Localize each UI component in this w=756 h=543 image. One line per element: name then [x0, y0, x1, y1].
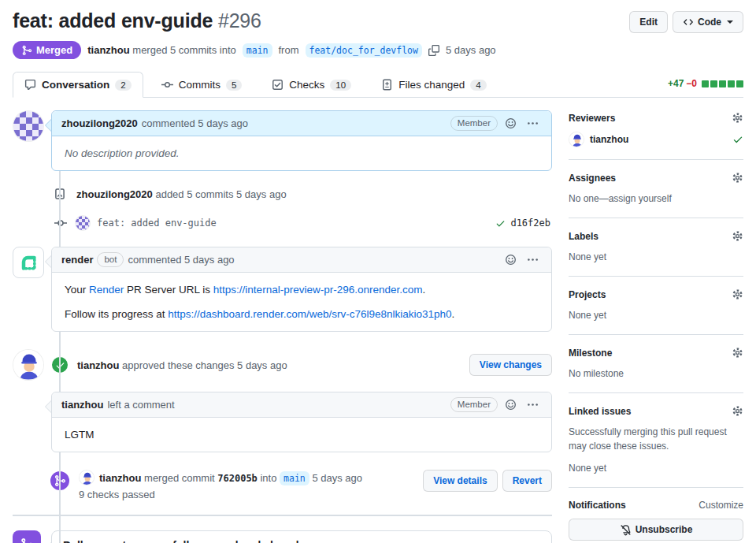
gear-icon[interactable]: [732, 288, 743, 300]
event-author-link[interactable]: zhouzilong2020: [76, 188, 153, 200]
kebab-icon: [527, 117, 539, 129]
gear-icon[interactable]: [732, 172, 743, 184]
tianzhou-avatar: [13, 350, 44, 381]
assignees-empty-text[interactable]: No one—assign yourself: [569, 192, 743, 206]
base-branch-label[interactable]: main: [243, 43, 272, 58]
merge-author-link[interactable]: tianzhou: [99, 472, 141, 484]
revert-button[interactable]: Revert: [502, 470, 552, 492]
diffstat-additions: +47: [668, 78, 684, 89]
unsubscribe-button[interactable]: Unsubscribe: [569, 519, 743, 541]
smiley-icon: [505, 254, 517, 266]
sidebar-notifications: Notifications Customize Unsubscribe You’…: [569, 488, 743, 543]
tab-counter: 4: [470, 80, 486, 91]
page-title: feat: added env-guide #296: [13, 9, 261, 32]
comment-body: Your Render PR Server URL is https://int…: [52, 273, 551, 331]
git-commit-icon: [54, 217, 67, 229]
commit-message-link[interactable]: feat: added env-guide: [97, 218, 217, 229]
reaction-button[interactable]: [502, 117, 520, 129]
git-merge-icon: [54, 474, 66, 487]
review-approved-event: tianzhou approved these changes 5 days a…: [13, 349, 552, 381]
avatar[interactable]: [75, 215, 91, 231]
comment-author-link[interactable]: render: [61, 254, 93, 266]
comment-options-button[interactable]: [524, 117, 542, 129]
gear-icon[interactable]: [732, 347, 743, 359]
chevron-down-icon: [727, 20, 733, 24]
smiley-icon: [505, 399, 517, 411]
comment-icon: [24, 79, 36, 91]
sidebar-linked-issues: Linked issues Successfully merging this …: [569, 393, 743, 488]
code-icon: [683, 17, 694, 28]
comment-zhouzilong: zhouzilong2020 commented 5 days ago Memb…: [13, 110, 552, 171]
avatar[interactable]: [79, 470, 94, 485]
sidebar-labels: Labels None yet: [569, 218, 743, 277]
comment-author-link[interactable]: tianzhou: [61, 399, 103, 411]
git-merge-icon: [21, 45, 32, 56]
gear-icon[interactable]: [732, 230, 743, 242]
dashboard-url-link[interactable]: https://dashboard.render.com/web/srv-c76…: [168, 308, 451, 320]
sidebar-reviewers: Reviewers tianzhou: [569, 110, 743, 160]
edit-button[interactable]: Edit: [629, 11, 668, 33]
comment-render-bot: render bot commented 5 days ago Your Ren…: [13, 247, 552, 332]
checks-passed-link[interactable]: 9 checks passed: [79, 489, 423, 500]
reviewer-name-link[interactable]: tianzhou: [590, 134, 628, 145]
check-icon[interactable]: [495, 218, 506, 229]
gear-icon[interactable]: [732, 405, 743, 417]
bot-badge: bot: [97, 252, 124, 267]
check-icon: [55, 360, 65, 370]
tab-commits[interactable]: Commits5: [150, 72, 254, 98]
tab-files-changed[interactable]: Files changed4: [369, 72, 498, 98]
comment-options-button[interactable]: [524, 399, 542, 411]
base-branch-label[interactable]: main: [280, 471, 309, 485]
file-diff-icon: [381, 79, 393, 91]
avatar[interactable]: [13, 349, 44, 381]
code-dropdown-button[interactable]: Code: [673, 11, 743, 33]
merged-sha-link[interactable]: 762005b: [217, 473, 258, 484]
render-link[interactable]: Render: [89, 284, 124, 296]
bell-slash-icon: [620, 524, 632, 536]
timeline-divider: [13, 515, 552, 516]
pr-sidebar: Reviewers tianzhou Assignees No one—assi…: [569, 110, 743, 543]
comment-author-link[interactable]: zhouzilong2020: [61, 117, 138, 129]
repo-push-icon: [54, 188, 66, 200]
copy-icon[interactable]: [428, 45, 439, 56]
avatar[interactable]: [569, 132, 584, 147]
pr-title-text: feat: added env-guide: [13, 9, 213, 32]
comment-body: No description provided.: [52, 136, 551, 170]
tab-counter: 2: [115, 80, 131, 91]
git-commit-icon: [161, 79, 173, 91]
git-merge-icon: [20, 537, 34, 543]
comment-options-button[interactable]: [524, 254, 542, 266]
head-branch-label[interactable]: feat/doc_for_devflow: [306, 43, 422, 58]
reaction-button[interactable]: [502, 399, 520, 411]
tab-counter: 10: [330, 80, 351, 91]
projects-empty-text: None yet: [569, 308, 743, 322]
merged-banner-title: Pull request successfully merged and clo…: [63, 539, 383, 543]
member-badge: Member: [450, 116, 498, 131]
merge-time: 5 days ago: [446, 44, 496, 56]
tab-checks[interactable]: Checks10: [260, 72, 363, 98]
pr-page: feat: added env-guide #296 Edit Code Mer…: [0, 0, 756, 543]
gear-icon[interactable]: [732, 112, 743, 124]
pr-number: #296: [218, 9, 261, 32]
preview-url-link[interactable]: https://internal-preview-pr-296.onrender…: [213, 284, 423, 296]
commit-row: feat: added env-guide d16f2eb: [53, 215, 552, 231]
merge-author-link[interactable]: tianzhou: [87, 44, 129, 56]
tab-conversation[interactable]: Conversation2: [13, 72, 143, 98]
tianzhou-avatar: [80, 470, 94, 485]
tab-counter: 5: [226, 80, 242, 91]
comment-body: LGTM: [52, 418, 551, 452]
labels-empty-text: None yet: [569, 250, 743, 264]
customize-link[interactable]: Customize: [699, 500, 743, 511]
review-author-link[interactable]: tianzhou: [77, 359, 119, 371]
commit-sha-link[interactable]: d16f2eb: [510, 218, 550, 229]
status-badge: Merged: [13, 41, 81, 59]
view-changes-button[interactable]: View changes: [469, 354, 552, 376]
commits-added-event: zhouzilong2020 added 5 commits 5 days ag…: [50, 184, 552, 204]
review-comment: tianzhou left a comment Member LGTM: [51, 392, 552, 452]
pr-meta: Merged tianzhou merged 5 commits into ma…: [13, 41, 743, 59]
milestone-empty-text: No milestone: [569, 366, 743, 381]
diffstat-blocks: [702, 80, 743, 87]
kebab-icon: [527, 254, 539, 266]
reaction-button[interactable]: [502, 254, 520, 266]
view-details-button[interactable]: View details: [423, 470, 497, 492]
